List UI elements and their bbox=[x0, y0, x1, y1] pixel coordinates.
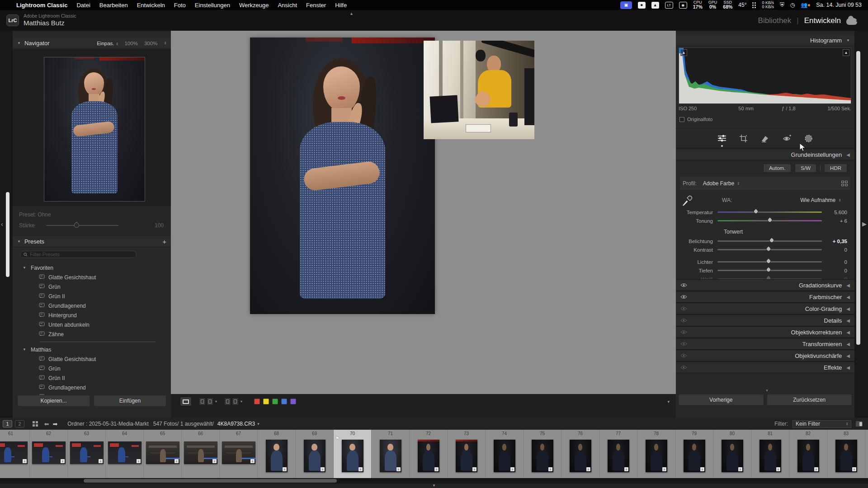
preset-group-matthias[interactable]: ▼Matthias bbox=[13, 345, 171, 354]
thumbnail-image[interactable] bbox=[722, 440, 743, 472]
filmstrip-cell-77[interactable]: 77 bbox=[599, 430, 637, 478]
cpu-status[interactable]: CPU17% bbox=[693, 0, 703, 9]
section-header-farbmischer[interactable]: Farbmischer◀ bbox=[676, 291, 854, 303]
left-panel-scrollbar[interactable] bbox=[6, 192, 9, 277]
filmstrip-source-text[interactable]: Ordner : 2025-05-31-Media-Markt bbox=[67, 421, 148, 427]
slider-thumb[interactable] bbox=[765, 275, 772, 279]
eye-icon[interactable] bbox=[680, 305, 687, 312]
color-label-green[interactable] bbox=[272, 399, 278, 404]
lt-app-icon[interactable]: LT bbox=[665, 2, 673, 9]
filmstrip-scrollbar-track[interactable] bbox=[0, 478, 868, 483]
section-header-objektivkorrekturen[interactable]: Objektivkorrekturen◀ bbox=[676, 326, 854, 338]
thumbnail-image[interactable] bbox=[797, 440, 819, 472]
zoom-100-option[interactable]: 100% bbox=[124, 41, 137, 46]
preset-item[interactable]: Grün II bbox=[13, 291, 171, 301]
thumbnail-image[interactable] bbox=[32, 441, 66, 464]
menu-item-einstellungen[interactable]: Einstellungen bbox=[195, 2, 230, 9]
thumbnail-image[interactable] bbox=[494, 440, 515, 472]
filmstrip-cell-69[interactable]: 69 bbox=[296, 430, 334, 478]
slider-thumb[interactable] bbox=[765, 246, 772, 252]
filmstrip-cell-71[interactable]: 71 bbox=[372, 430, 410, 478]
module-bibliothek[interactable]: Bibliothek bbox=[758, 16, 792, 25]
healing-tool-icon[interactable] bbox=[760, 133, 771, 144]
filmstrip-cell-64[interactable]: 64 bbox=[106, 430, 144, 478]
thumbnail-image[interactable] bbox=[146, 441, 179, 464]
color-label-blue[interactable] bbox=[281, 399, 287, 404]
add-preset-button[interactable]: + bbox=[162, 238, 166, 245]
eye-icon[interactable] bbox=[680, 282, 687, 289]
menubar-clock[interactable]: Sa. 14. Juni 09 53 bbox=[816, 2, 862, 8]
grid-view-icon[interactable] bbox=[33, 421, 38, 427]
menu-item-foto[interactable]: Foto bbox=[174, 2, 186, 9]
thumbnail-image[interactable] bbox=[570, 440, 591, 472]
presets-header[interactable]: ▼ Presets + bbox=[13, 236, 171, 247]
lichter-slider[interactable] bbox=[717, 261, 822, 263]
slider-thumb[interactable] bbox=[765, 258, 772, 264]
menu-item-bearbeiten[interactable]: Bearbeiten bbox=[99, 2, 128, 9]
filmstrip-cell-66[interactable]: 66 bbox=[182, 430, 220, 478]
profile-browser-grid-icon[interactable] bbox=[841, 181, 848, 186]
slider-thumb[interactable] bbox=[765, 267, 772, 273]
previous-button[interactable]: Vorherige bbox=[678, 394, 764, 406]
eye-icon[interactable] bbox=[680, 341, 687, 347]
back-arrow-icon[interactable]: ⬅ bbox=[44, 421, 49, 427]
filmstrip-cell-72[interactable]: 72 bbox=[410, 430, 448, 478]
screen-sharing-icon[interactable]: ▣ bbox=[620, 1, 632, 9]
crop-overlay-tool-icon[interactable] bbox=[738, 133, 749, 144]
filmstrip-cell-82[interactable]: 82 bbox=[789, 430, 827, 478]
bottom-autohide-bar[interactable]: ▼ bbox=[0, 483, 868, 488]
right-panel-scrollbar[interactable] bbox=[856, 51, 860, 345]
loupe-view-button[interactable] bbox=[180, 397, 192, 406]
filmstrip-scrollbar-handle[interactable] bbox=[84, 479, 337, 483]
ssd-status[interactable]: SSD68% bbox=[723, 0, 732, 9]
thumbnail-image[interactable] bbox=[108, 441, 142, 464]
thumbnail-image[interactable] bbox=[304, 440, 326, 472]
thumbnail-image[interactable] bbox=[684, 440, 705, 472]
main-photo[interactable] bbox=[250, 38, 435, 314]
preset-item[interactable]: Grün II bbox=[13, 373, 171, 383]
color-label-purple[interactable] bbox=[290, 399, 296, 404]
section-header-transformieren[interactable]: Transformieren◀ bbox=[676, 338, 854, 350]
module-entwickeln[interactable]: Entwickeln bbox=[804, 16, 841, 25]
users-menu-icon[interactable]: 👥 bbox=[801, 1, 810, 9]
thumbnail-image[interactable] bbox=[184, 441, 217, 464]
white-balance-eyedropper-icon[interactable] bbox=[680, 194, 693, 206]
belichtung-slider[interactable] bbox=[717, 240, 822, 242]
softproof-left-button[interactable] bbox=[224, 398, 231, 405]
drive-app-icon[interactable]: ▲ bbox=[651, 2, 659, 9]
thumbnail-image[interactable] bbox=[266, 440, 288, 472]
thumbnail-image[interactable] bbox=[608, 440, 629, 472]
highlight-clipping-indicator[interactable]: ▲ bbox=[843, 49, 849, 56]
zoom-fit-option[interactable]: Einpas. ⇕ bbox=[97, 41, 118, 46]
gpu-status[interactable]: GPU0% bbox=[708, 0, 717, 9]
left-panel-expander[interactable]: ‹ bbox=[1, 221, 3, 228]
profile-stepper-icon[interactable]: ⇕ bbox=[737, 182, 740, 186]
main-screen-button[interactable]: 1 bbox=[3, 420, 12, 427]
filmstrip-cell-81[interactable]: 81 bbox=[751, 430, 789, 478]
preset-item[interactable]: Glatte Gesichtshaut bbox=[13, 272, 171, 282]
menu-item-ansicht[interactable]: Ansicht bbox=[278, 2, 297, 9]
section-header-gradationskurve[interactable]: Gradationskurve◀ bbox=[676, 279, 854, 291]
menu-item-fenster[interactable]: Fenster bbox=[306, 2, 326, 9]
forward-arrow-icon[interactable]: ➡ bbox=[52, 421, 57, 427]
filmstrip-cell-61[interactable]: 61 bbox=[0, 430, 30, 478]
filmstrip-cell-80[interactable]: 80 bbox=[713, 430, 751, 478]
bw-button[interactable]: S/W bbox=[795, 164, 816, 173]
filmstrip-cell-76[interactable]: 76 bbox=[561, 430, 599, 478]
thumbnail-image[interactable] bbox=[222, 441, 255, 464]
kontrast-slider[interactable] bbox=[717, 249, 822, 250]
filmstrip-cell-70[interactable]: 70⚑ bbox=[334, 430, 372, 478]
menu-item-werkzeuge[interactable]: Werkzeuge bbox=[239, 2, 269, 9]
filmstrip-cell-65[interactable]: 65 bbox=[144, 430, 182, 478]
filmstrip-cell-67[interactable]: 67 bbox=[220, 430, 258, 478]
profile-select[interactable]: Adobe Farbe bbox=[703, 180, 734, 187]
section-header-effekte[interactable]: Effekte◀ bbox=[676, 361, 854, 373]
thumbnail-image[interactable] bbox=[760, 440, 781, 472]
thumbnail-image[interactable] bbox=[380, 440, 401, 472]
copy-settings-button[interactable]: Kopieren... bbox=[17, 395, 90, 407]
basic-adjustments-tool-icon[interactable] bbox=[717, 133, 727, 144]
filmstrip-cell-63[interactable]: 63 bbox=[68, 430, 106, 478]
eye-icon[interactable] bbox=[680, 352, 687, 359]
thumbnail-image[interactable] bbox=[835, 440, 857, 472]
panel-autohide-chevron-top[interactable]: ▲ bbox=[349, 11, 354, 16]
